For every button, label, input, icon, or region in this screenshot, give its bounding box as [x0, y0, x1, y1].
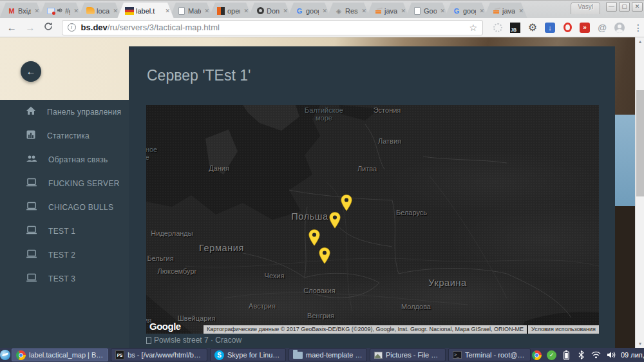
- taskbar-window-button[interactable]: label.tactical_map | Bur...: [12, 348, 108, 361]
- map-label-country: Словакия: [303, 287, 335, 294]
- google-maps-logo[interactable]: Google: [149, 321, 181, 332]
- tab-close-icon[interactable]: ✕: [72, 8, 79, 14]
- browser-tab[interactable]: opera✕: [209, 3, 252, 19]
- browser-tab[interactable]: javas✕: [484, 3, 527, 19]
- person-extension-icon[interactable]: [614, 22, 625, 33]
- tray-bluetooth-icon[interactable]: [576, 350, 586, 360]
- applications-menu-button[interactable]: [0, 348, 10, 362]
- server-address-text: Powisle street 7 · Cracow: [154, 336, 242, 345]
- extension-row: JB⚙↓»@⋮: [492, 22, 644, 33]
- browser-menu-icon[interactable]: ⋮: [632, 22, 644, 33]
- url-text[interactable]: bs.dev/ru/servers/3/tactical-map.html: [81, 23, 469, 32]
- browser-tab[interactable]: Goog✕: [405, 3, 449, 19]
- gear-extension-icon[interactable]: ⚙: [527, 22, 538, 33]
- scroll-down-arrow[interactable]: ▼: [636, 339, 644, 348]
- sidebar-item-fucking-server[interactable]: FUCKING SERVER: [0, 171, 129, 195]
- sidebar-item-label: Обратная связь: [48, 155, 108, 164]
- taskbar-window-button[interactable]: Pictures - File Manager: [370, 348, 446, 361]
- tab-label: googl: [463, 7, 476, 15]
- tab-strip: MВхідн✕#g✕localh✕label.t✕Mater✕opera✕Don…: [4, 3, 527, 19]
- tab-close-icon[interactable]: ✕: [517, 8, 524, 14]
- browser-tab[interactable]: Ggoogl✕: [444, 3, 488, 19]
- tab-close-icon[interactable]: ✕: [321, 8, 327, 14]
- refresh-icon[interactable]: [42, 22, 55, 33]
- page-scrollbar[interactable]: ▲ ▼: [635, 37, 644, 348]
- browser-tab[interactable]: javasc✕: [366, 3, 410, 19]
- browser-tab[interactable]: localh✕: [78, 3, 122, 19]
- close-button[interactable]: ✕: [632, 2, 643, 12]
- profile-badge[interactable]: Vasyl: [571, 2, 600, 14]
- browser-tab[interactable]: ◈Respo✕: [327, 3, 370, 19]
- url-host: bs.dev: [81, 23, 108, 32]
- tab-close-icon[interactable]: ✕: [439, 8, 445, 14]
- page-info-icon[interactable]: i: [68, 23, 76, 32]
- browser-tab[interactable]: MВхідн✕: [0, 3, 43, 19]
- taskbar-window-label: Terminal - root@vortex-...: [465, 351, 526, 359]
- scroll-up-arrow[interactable]: ▲: [636, 37, 644, 46]
- terms-of-use-link[interactable]: Условия использования: [528, 325, 599, 334]
- tab-close-icon[interactable]: ✕: [203, 8, 209, 14]
- taskbar-window-label: Pictures - File Manager: [386, 351, 441, 359]
- sidebar-item-статистика[interactable]: Статистика: [0, 124, 129, 148]
- tactical-map[interactable]: ЭстонияБалтийскоемореЛатвияЛитваДанияСев…: [146, 105, 599, 334]
- tab-label: Donat: [267, 7, 279, 15]
- page-back-button[interactable]: ←: [21, 61, 41, 82]
- at-sign-extension-icon[interactable]: @: [596, 22, 608, 33]
- jetbrains-extension-icon[interactable]: JB: [509, 22, 521, 33]
- taskbar-clock[interactable]: 09 лип, 18:36: [621, 351, 644, 359]
- back-nav-icon[interactable]: ←: [5, 22, 19, 33]
- scrollbar-thumb[interactable]: [636, 90, 644, 196]
- taskbar-window-list: label.tactical_map | Bur...PSbs - [/var/…: [10, 348, 532, 361]
- sidebar-item-label: Панель управления: [47, 108, 121, 117]
- sidebar-item-test-3[interactable]: TEST 3: [0, 267, 129, 291]
- taskbar-window-button[interactable]: PSbs - [/var/www/html/bs] ...: [111, 348, 207, 361]
- maximize-button[interactable]: ▢: [619, 2, 630, 12]
- phpmyadmin-icon: [86, 6, 95, 15]
- phpstorm-icon: PS: [115, 350, 124, 360]
- tab-close-icon[interactable]: ✕: [111, 8, 118, 14]
- map-marker-pin[interactable]: [319, 247, 330, 264]
- map-marker-pin[interactable]: [329, 212, 341, 229]
- forward-nav-icon[interactable]: →: [24, 22, 37, 33]
- tab-close-icon[interactable]: ✕: [399, 8, 406, 14]
- taskbar-window-button[interactable]: >_Terminal - root@vortex-...: [448, 348, 531, 361]
- tray-battery-icon[interactable]: [562, 350, 571, 360]
- tab-close-icon[interactable]: ✕: [360, 8, 366, 14]
- bookmark-star-icon[interactable]: ☆: [469, 23, 477, 33]
- url-bar[interactable]: i bs.dev/ru/servers/3/tactical-map.html …: [62, 20, 483, 35]
- page-title: Сервер 'TEst 1': [147, 67, 251, 84]
- taskbar-window-label: label.tactical_map | Bur...: [29, 351, 104, 359]
- sidebar-item-панель-управления[interactable]: Панель управления: [0, 100, 129, 124]
- map-label-country: Австрия: [249, 302, 276, 310]
- browser-tab[interactable]: Mater✕: [169, 3, 213, 19]
- dimmed-extension-icon[interactable]: [492, 22, 504, 33]
- tray-volume-icon[interactable]: [606, 350, 616, 360]
- sidebar-item-label: Статистика: [47, 131, 90, 140]
- opera-extension-icon[interactable]: [562, 22, 573, 33]
- sidebar-item-обратная-связь[interactable]: Обратная связь: [0, 148, 129, 171]
- tray-wifi-icon[interactable]: [591, 350, 601, 360]
- browser-tab[interactable]: Donat✕: [248, 3, 292, 19]
- browser-tab[interactable]: label.t✕: [117, 3, 174, 19]
- tab-close-icon[interactable]: ✕: [164, 8, 170, 14]
- home-icon: [26, 106, 36, 118]
- tab-close-icon[interactable]: ✕: [281, 8, 288, 14]
- tray-check-icon[interactable]: ✓: [547, 350, 556, 360]
- tray-chrome-icon[interactable]: [532, 350, 542, 360]
- taskbar-window-button[interactable]: maed-template - File M...: [289, 348, 367, 361]
- opera-site-icon: [216, 6, 225, 15]
- map-marker-pin[interactable]: [341, 195, 352, 211]
- fastforward-extension-icon[interactable]: »: [579, 22, 591, 33]
- map-marker-pin[interactable]: [308, 229, 320, 246]
- minimize-button[interactable]: —: [606, 2, 617, 12]
- sidebar-item-test-2[interactable]: TEST 2: [0, 243, 129, 267]
- browser-tab[interactable]: #g✕: [39, 3, 82, 19]
- sidebar-item-test-1[interactable]: TEST 1: [0, 219, 129, 243]
- browser-tab[interactable]: Ggoogl✕: [287, 3, 331, 19]
- tab-close-icon[interactable]: ✕: [242, 8, 249, 14]
- taskbar-window-button[interactable]: SSkype for Linux Beta: [210, 348, 286, 361]
- sidebar-item-chicago-bulls[interactable]: CHICAGO BULLS: [0, 195, 129, 219]
- tab-close-icon[interactable]: ✕: [478, 8, 484, 14]
- tab-close-icon[interactable]: ✕: [33, 8, 39, 14]
- download-extension-icon[interactable]: ↓: [544, 22, 556, 33]
